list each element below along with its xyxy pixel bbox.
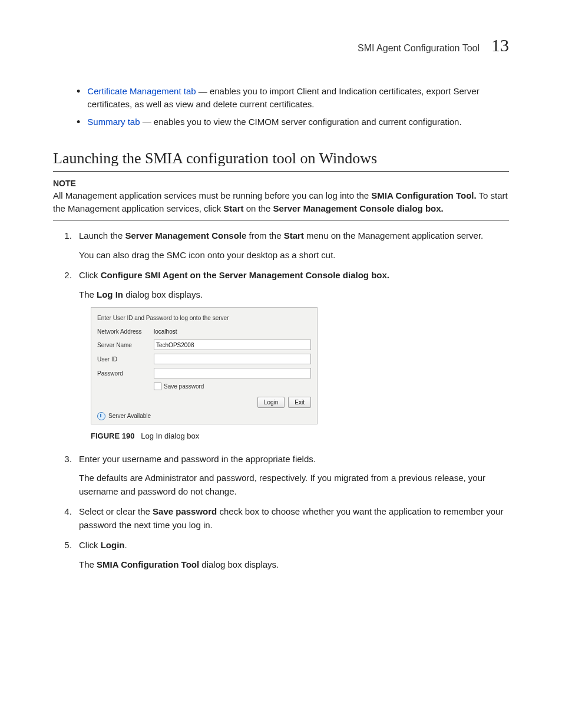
login-dialog: Enter User ID and Password to log onto t… bbox=[91, 307, 318, 424]
figure-text: Log In dialog box bbox=[141, 431, 199, 440]
step-text: . bbox=[125, 540, 127, 550]
header-title: SMI Agent Configuration Tool bbox=[358, 43, 480, 54]
save-password-row: Save password bbox=[154, 382, 311, 391]
step-text: dialog box displays. bbox=[123, 289, 203, 299]
server-name-input[interactable] bbox=[154, 340, 311, 350]
step-text: Click bbox=[79, 540, 101, 550]
exit-button[interactable]: Exit bbox=[288, 397, 311, 408]
user-id-input[interactable] bbox=[154, 354, 311, 364]
step-sub: The Log In dialog box displays. bbox=[79, 288, 509, 302]
step-text: Click bbox=[79, 270, 101, 280]
step-sub: The defaults are Administrator and passw… bbox=[79, 472, 509, 498]
note-text: on the bbox=[244, 203, 273, 213]
figure-label: FIGURE 190 bbox=[91, 431, 134, 440]
step-bold: Save password bbox=[153, 506, 217, 516]
step-2: Click Configure SMI Agent on the Server … bbox=[74, 269, 509, 442]
password-label: Password bbox=[97, 369, 150, 378]
note-bold: Start bbox=[223, 203, 243, 213]
info-icon bbox=[97, 412, 105, 420]
network-address-row: Network Address localhost bbox=[97, 327, 311, 336]
step-sub: You can also drag the SMC icon onto your… bbox=[79, 249, 509, 262]
chapter-number: 13 bbox=[491, 35, 509, 55]
step-5: Click Login. The SMIA Configuration Tool… bbox=[74, 539, 509, 571]
step-1: Launch the Server Management Console fro… bbox=[74, 229, 509, 262]
step-text: dialog box displays. bbox=[199, 559, 279, 569]
section-heading: Launching the SMIA configuration tool on… bbox=[53, 150, 509, 167]
login-button[interactable]: Login bbox=[257, 397, 285, 408]
bullet-icon: • bbox=[77, 116, 80, 129]
steps-list: Launch the Server Management Console fro… bbox=[53, 229, 509, 571]
page-header: SMI Agent Configuration Tool 13 bbox=[53, 35, 509, 55]
step-bold: Login bbox=[101, 540, 125, 550]
network-address-value: localhost bbox=[154, 327, 177, 336]
note-label: NOTE bbox=[53, 179, 509, 188]
step-text: menu on the Management application serve… bbox=[304, 230, 483, 241]
step-text: Select or clear the bbox=[79, 506, 153, 516]
step-text: Launch the bbox=[79, 230, 125, 241]
note-text: All Management application services must… bbox=[53, 190, 371, 200]
figure-caption: FIGURE 190 Log In dialog box bbox=[91, 430, 509, 442]
step-bold: Log In bbox=[97, 289, 123, 299]
dialog-buttons: Login Exit bbox=[97, 397, 311, 408]
step-text: The bbox=[79, 289, 97, 299]
step-text: The bbox=[79, 559, 97, 569]
save-password-checkbox[interactable] bbox=[154, 383, 161, 390]
bullet-text: Certificate Management tab — enables you… bbox=[87, 85, 509, 111]
server-name-label: Server Name bbox=[97, 341, 150, 350]
step-bold: Start bbox=[284, 230, 304, 241]
password-row: Password bbox=[97, 368, 311, 378]
step-text: Enter your username and password in the … bbox=[79, 454, 316, 464]
user-id-row: User ID bbox=[97, 354, 311, 364]
user-id-label: User ID bbox=[97, 355, 150, 364]
summary-tab-link[interactable]: Summary tab bbox=[87, 117, 140, 127]
network-address-label: Network Address bbox=[97, 327, 150, 336]
note-body: All Management application services must… bbox=[53, 189, 509, 215]
cert-mgmt-tab-link[interactable]: Certificate Management tab bbox=[87, 86, 196, 96]
server-name-row: Server Name bbox=[97, 340, 311, 350]
password-input[interactable] bbox=[154, 368, 311, 378]
divider bbox=[53, 171, 509, 172]
bullet-desc: — enables you to view the CIMOM server c… bbox=[140, 117, 462, 127]
step-bold: Server Management Console bbox=[125, 230, 246, 241]
step-bold: Configure SMI Agent on the Server Manage… bbox=[101, 270, 389, 280]
server-status-text: Server Available bbox=[108, 411, 151, 420]
divider bbox=[53, 220, 509, 221]
tab-bullets: • Certificate Management tab — enables y… bbox=[77, 85, 509, 129]
step-3: Enter your username and password in the … bbox=[74, 453, 509, 499]
document-page: SMI Agent Configuration Tool 13 • Certif… bbox=[0, 0, 562, 614]
step-text: from the bbox=[246, 230, 283, 241]
note-bold: Server Management Console dialog box. bbox=[273, 203, 444, 213]
step-4: Select or clear the Save password check … bbox=[74, 505, 509, 532]
bullet-text: Summary tab — enables you to view the CI… bbox=[87, 116, 461, 129]
bullet-item: • Summary tab — enables you to view the … bbox=[77, 116, 509, 129]
bullet-item: • Certificate Management tab — enables y… bbox=[77, 85, 509, 111]
step-sub: The SMIA Configuration Tool dialog box d… bbox=[79, 558, 509, 572]
server-status: Server Available bbox=[97, 411, 311, 420]
note-bold: SMIA Configuration Tool. bbox=[371, 190, 476, 200]
step-bold: SMIA Configuration Tool bbox=[97, 559, 199, 569]
save-password-label: Save password bbox=[164, 382, 204, 391]
bullet-icon: • bbox=[77, 85, 80, 111]
dialog-instruction: Enter User ID and Password to log onto t… bbox=[97, 314, 311, 322]
